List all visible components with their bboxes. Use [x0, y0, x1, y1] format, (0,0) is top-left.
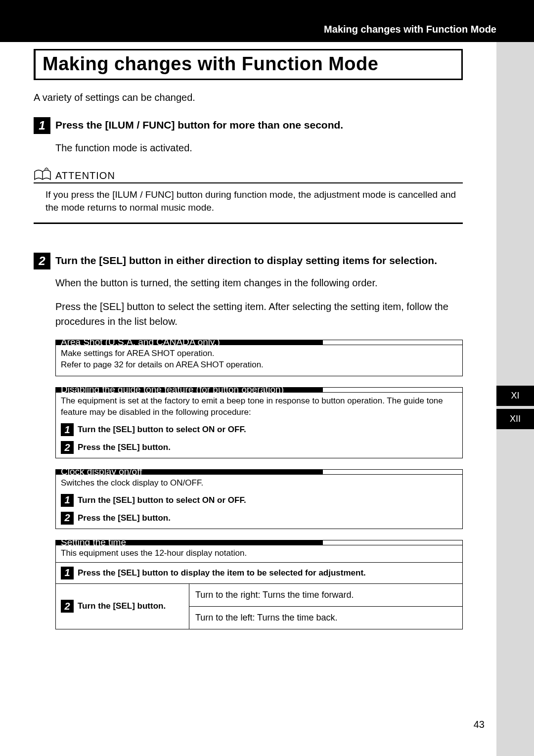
side-tab-xi[interactable]: XI [496, 386, 534, 406]
time-turn-left: Turn to the left: Turns the time back. [189, 606, 462, 629]
box-time: Setting the time This equipment uses the… [55, 540, 463, 629]
time-turn-right: Turn to the right: Turns the time forwar… [189, 584, 462, 606]
substep-text: Turn the [SEL] button to select ON or OF… [78, 495, 246, 506]
substep-text: Press the [SEL] button to display the it… [78, 568, 366, 578]
substep-text: Press the [SEL] button. [78, 442, 171, 453]
substep-text: Turn the [SEL] button. [78, 601, 166, 611]
step-2-p1: When the button is turned, the setting i… [55, 275, 463, 290]
step-2-heading: Turn the [SEL] button in either directio… [55, 253, 463, 267]
step-1-heading: Press the [ILUM / FUNC] button for more … [55, 117, 463, 131]
top-header-bar: Making changes with Function Mode [0, 0, 534, 42]
substep-text: Turn the [SEL] button to select ON or OF… [78, 424, 246, 436]
box-area-shot: Area Shot (U.S.A. and CANADA only.) Make… [55, 340, 463, 376]
box-time-title: Setting the time [56, 540, 323, 545]
guide-tone-substep-2: 2 Press the [SEL] button. [61, 441, 457, 454]
substep-number: 2 [61, 512, 74, 525]
guide-tone-substep-1: 1 Turn the [SEL] button to select ON or … [61, 423, 457, 436]
time-substep-2: 2 Turn the [SEL] button. Turn to the rig… [56, 583, 462, 629]
step-1-number: 1 [34, 117, 50, 134]
intro-text: A variety of settings can be changed. [34, 92, 463, 103]
step-2-p2: Press the [SEL] button to select the set… [55, 299, 463, 329]
header-title: Making changes with Function Mode [324, 24, 496, 35]
time-substep-1: 1 Press the [SEL] button to display the … [56, 562, 462, 583]
step-1-desc: The function mode is activated. [55, 141, 463, 155]
box-time-desc: This equipment uses the 12-hour display … [56, 545, 462, 562]
page-title-box: Making changes with Function Mode [34, 49, 463, 80]
substep-number: 1 [61, 567, 74, 579]
page-title: Making changes with Function Mode [43, 53, 454, 75]
attention-block: ATTENTION If you press the [ILUM / FUNC]… [34, 168, 463, 233]
page-number: 43 [474, 719, 485, 730]
clock-substep-2: 2 Press the [SEL] button. [61, 512, 457, 525]
box-clock-desc: Switches the clock display to ON/OFF. [61, 478, 457, 489]
attention-label: ATTENTION [55, 170, 115, 181]
step-1: 1 Press the [ILUM / FUNC] button for mor… [34, 117, 463, 155]
box-area-shot-line2: Refer to page 32 for details on AREA SHO… [61, 359, 457, 371]
right-gray-strip [496, 0, 534, 756]
step-2-number: 2 [34, 253, 50, 269]
substep-number: 2 [61, 600, 74, 613]
box-guide-tone: Disabling the guide tone feature (for bu… [55, 387, 463, 458]
substep-number: 1 [61, 494, 74, 507]
side-tab-xii[interactable]: XII [496, 409, 534, 429]
substep-text: Press the [SEL] button. [78, 513, 171, 524]
box-clock-title: Clock display on/off [56, 470, 323, 474]
substep-number: 1 [61, 423, 74, 436]
attention-divider [34, 222, 463, 224]
substep-number: 2 [61, 441, 74, 454]
page-content: Making changes with Function Mode A vari… [0, 49, 496, 629]
step-2: 2 Turn the [SEL] button in either direct… [34, 253, 463, 629]
box-area-shot-line1: Make settings for AREA SHOT operation. [61, 348, 457, 359]
attention-text: If you press the [ILUM / FUNC] button du… [34, 188, 463, 214]
box-guide-tone-desc: The equipment is set at the factory to e… [61, 396, 457, 418]
book-icon [34, 168, 51, 181]
side-tabs: XI XII [496, 386, 534, 432]
box-guide-tone-title: Disabling the guide tone feature (for bu… [56, 388, 323, 392]
clock-substep-1: 1 Turn the [SEL] button to select ON or … [61, 494, 457, 507]
box-area-shot-title: Area Shot (U.S.A. and CANADA only.) [56, 340, 323, 345]
box-clock: Clock display on/off Switches the clock … [55, 469, 463, 529]
